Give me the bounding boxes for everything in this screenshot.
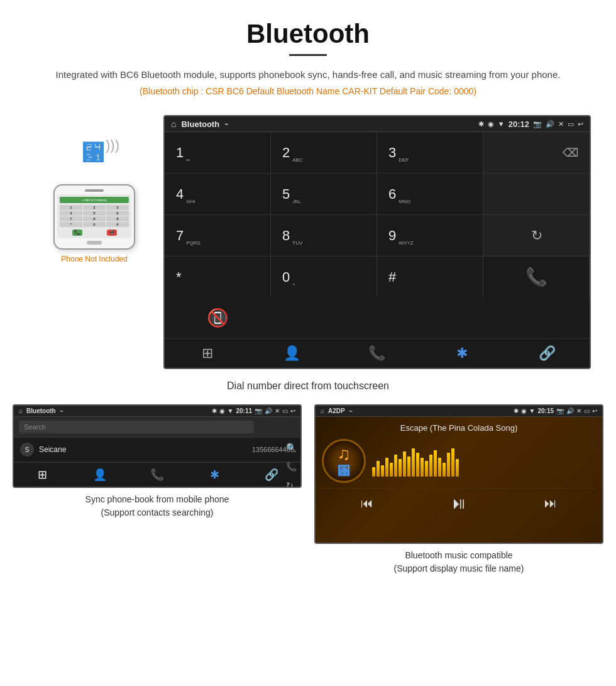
pb-usb-icon: ⌁	[60, 407, 63, 414]
phonebook-section: ⌂ Bluetooth ⌁ ✱ ◉ ▼ 20:11 📷 🔊 ✕ ▭ ↩	[13, 404, 302, 575]
pb-win-icon: ▭	[282, 407, 288, 414]
pb-title: Bluetooth	[26, 407, 56, 414]
side-search-icon[interactable]: 🔍	[286, 443, 297, 453]
page-subtitle: Integrated with BC6 Bluetooth module, su…	[13, 67, 603, 82]
music-content-area: Escape (The Pina Colada Song) ♫ ␱	[316, 417, 602, 543]
music-song-title: Escape (The Pina Colada Song)	[400, 423, 517, 433]
music-controls: ⏮ ⏯ ⏭	[322, 488, 596, 516]
phone-key-hash: #	[106, 222, 129, 227]
signal-icon: ▼	[498, 120, 505, 128]
status-bar-left: ⌂ Bluetooth ⌁	[171, 119, 229, 129]
music-note-icon: ♫	[338, 444, 351, 464]
bluetooth-icon-wrap: ␱ )))	[69, 134, 119, 178]
bottom-screenshots-area: ⌂ Bluetooth ⌁ ✱ ◉ ▼ 20:11 📷 🔊 ✕ ▭ ↩	[0, 404, 616, 575]
main-screenshot-area: ␱ ))) + Add to Contacts 1 2 3 4 5 6	[0, 115, 616, 369]
phone-screen: + Add to Contacts 1 2 3 4 5 6 7 8 9 * 0 …	[57, 194, 131, 238]
viz-bar	[443, 463, 446, 477]
pb-time: 20:11	[236, 407, 252, 414]
phone-mockup: + Add to Contacts 1 2 3 4 5 6 7 8 9 * 0 …	[53, 184, 135, 250]
camera-icon: 📷	[533, 120, 542, 128]
viz-bar	[434, 450, 437, 477]
nav-link-button[interactable]: 🔗	[505, 345, 590, 362]
phonebook-status-bar: ⌂ Bluetooth ⌁ ✱ ◉ ▼ 20:11 📷 🔊 ✕ ▭ ↩	[14, 406, 300, 417]
dial-key-6[interactable]: 6 MNO	[377, 174, 483, 214]
phone-key-1: 1	[60, 205, 82, 210]
call-green-button[interactable]: 📞	[483, 257, 590, 297]
side-call-icon[interactable]: 📞	[286, 462, 297, 472]
side-icons: 🔍 📞 ↻	[286, 443, 297, 488]
page-container: Bluetooth Integrated with BC6 Bluetooth …	[0, 0, 616, 575]
nav-dialpad-button[interactable]: ⊞	[165, 345, 250, 362]
ms-back-icon: ↩	[592, 407, 597, 414]
pb-loc-icon: ◉	[219, 407, 225, 414]
phone-key-4: 4	[60, 211, 82, 216]
phone-end-button: 📵	[107, 230, 117, 236]
pb-signal-icon: ▼	[228, 407, 234, 414]
phone-bottom-buttons: 📞 📵	[60, 230, 129, 236]
pb-home-icon: ⌂	[19, 407, 23, 414]
viz-bar	[372, 467, 375, 477]
dial-key-5[interactable]: 5 JKL	[271, 174, 377, 214]
usb-icon: ⌁	[224, 120, 229, 128]
viz-bar	[438, 458, 441, 477]
dial-row-1: 1 ∞ 2 ABC 3 DEF ⌫	[165, 132, 590, 174]
backspace-button[interactable]: ⌫	[483, 132, 590, 173]
search-input[interactable]: Search	[19, 421, 254, 433]
page-specs: (Bluetooth chip : CSR BC6 Default Blueto…	[13, 86, 603, 96]
bluetooth-status-icon: ✱	[478, 120, 484, 128]
phone-key-6: 6	[106, 211, 129, 216]
pb-back-icon: ↩	[290, 407, 295, 414]
phone-key-8: 8	[83, 216, 106, 221]
viz-bar	[429, 455, 432, 477]
dial-row-2: 4 GHI 5 JKL 6 MNO	[165, 174, 590, 215]
viz-bar	[451, 448, 454, 477]
viz-bar	[456, 459, 459, 477]
title-underline	[289, 54, 327, 56]
music-status-bar: ⌂ A2DP ⌁ ✱ ◉ ▼ 20:15 📷 🔊 ✕ ▭ ↩	[316, 406, 602, 417]
viz-bar	[377, 461, 380, 477]
dial-key-3[interactable]: 3 DEF	[377, 132, 483, 173]
phone-key-7: 7	[60, 216, 82, 221]
phone-section: ␱ ))) + Add to Contacts 1 2 3 4 5 6	[25, 115, 163, 263]
album-art: ♫ ␱	[322, 439, 366, 483]
next-track-button[interactable]: ⏭	[544, 496, 557, 511]
pb-nav-bluetooth[interactable]: ✱	[186, 468, 243, 482]
pb-nav-calls[interactable]: 📞	[128, 468, 185, 482]
dial-key-star[interactable]: *	[165, 257, 271, 297]
dial-key-0[interactable]: 0 +	[271, 257, 377, 297]
nav-contacts-button[interactable]: 👤	[250, 345, 334, 362]
ms-home-icon: ⌂	[321, 407, 324, 414]
ms-camera-icon: 📷	[556, 407, 564, 414]
viz-bar	[394, 455, 397, 477]
dial-key-hash[interactable]: #	[377, 257, 483, 297]
phonebook-search-area: Search	[14, 417, 300, 438]
music-screen: ⌂ A2DP ⌁ ✱ ◉ ▼ 20:15 📷 🔊 ✕ ▭ ↩	[314, 404, 603, 544]
prev-track-button[interactable]: ⏮	[361, 496, 373, 511]
call-red-button[interactable]: 📵	[165, 297, 271, 338]
nav-calls-button[interactable]: 📞	[334, 345, 419, 362]
music-caption: Bluetooth music compatible(Support displ…	[314, 549, 603, 575]
contact-entry[interactable]: S Seicane 13566664466	[14, 438, 300, 462]
pb-nav-contacts[interactable]: 👤	[71, 468, 128, 482]
nav-bluetooth-button[interactable]: ✱	[420, 345, 505, 362]
viz-bar	[403, 451, 406, 477]
play-pause-button[interactable]: ⏯	[451, 494, 467, 513]
page-header: Bluetooth Integrated with BC6 Bluetooth …	[0, 0, 616, 115]
dial-key-4[interactable]: 4 GHI	[165, 174, 271, 214]
dial-key-9[interactable]: 9 WXYZ	[377, 215, 483, 256]
side-reload-icon[interactable]: ↻	[286, 480, 297, 488]
pb-nav-dialpad[interactable]: ⊞	[14, 468, 71, 482]
pb-bt-icon: ✱	[212, 407, 217, 414]
status-time: 20:12	[509, 119, 529, 129]
dial-key-1[interactable]: 1 ∞	[165, 132, 271, 173]
viz-bar	[412, 448, 415, 477]
volume-icon: 🔊	[546, 120, 554, 128]
viz-bar	[425, 461, 428, 477]
dial-key-8[interactable]: 8 TUV	[271, 215, 377, 256]
reload-button[interactable]: ↻	[483, 215, 590, 256]
music-section: ⌂ A2DP ⌁ ✱ ◉ ▼ 20:15 📷 🔊 ✕ ▭ ↩	[314, 404, 603, 575]
dial-key-7[interactable]: 7 PQRS	[165, 215, 271, 256]
dial-key-2[interactable]: 2 ABC	[271, 132, 377, 173]
phonebook-bottom-nav: ⊞ 👤 📞 ✱ 🔗	[14, 462, 300, 487]
phone-dialpad: 1 2 3 4 5 6 7 8 9 * 0 #	[60, 205, 129, 227]
